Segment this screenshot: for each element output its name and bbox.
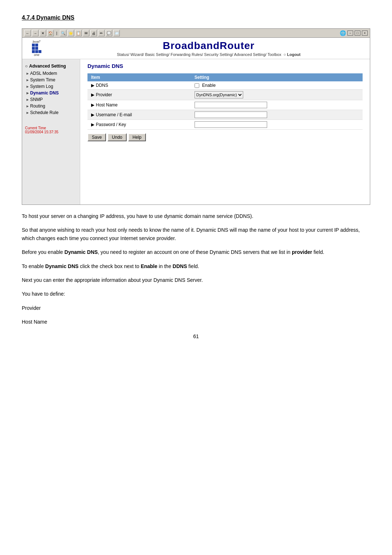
description-para1: To host your server on a changing IP add… bbox=[22, 212, 370, 220]
mail-button[interactable]: ✉ bbox=[83, 30, 89, 36]
browser-toolbar-left: ← → ✕ 🏠 | 🔍 ⭐ 📋 ✉ 🖨 ✏ 💬 📨 bbox=[24, 30, 120, 36]
nav-status[interactable]: Status/ bbox=[117, 52, 129, 57]
username-label-cell: ▶ Username / E-mail bbox=[87, 110, 191, 120]
maximize-button[interactable]: □ bbox=[355, 31, 360, 36]
arrow-username-icon: ▶ bbox=[91, 112, 94, 117]
router-content: ○ Advanced Setting ▶ ADSL Modem ▶ System… bbox=[22, 59, 370, 204]
minimize-button[interactable]: − bbox=[347, 31, 353, 36]
browser-window: ← → ✕ 🏠 | 🔍 ⭐ 📋 ✉ 🖨 ✏ 💬 📨 🌐 − □ × bbox=[22, 28, 370, 205]
current-time-value: 01/09/2004 15:37:35 bbox=[25, 130, 77, 134]
router-title-section: BroadbandRouter Status/ Wizard/ Basic Se… bbox=[51, 40, 366, 57]
sidebar-item-routing[interactable]: ▶ Routing bbox=[22, 103, 80, 109]
description-para7: Provider bbox=[22, 304, 370, 312]
username-input[interactable] bbox=[195, 112, 267, 118]
table-row-username: ▶ Username / E-mail bbox=[87, 110, 363, 120]
nav-advanced[interactable]: Advanced Setting/ bbox=[234, 52, 266, 57]
print-button[interactable]: 🖨 bbox=[90, 30, 97, 36]
ddns-item-label: DDNS bbox=[96, 83, 108, 88]
logo-cell bbox=[35, 44, 38, 46]
description-para2: So that anyone wishing to reach your hos… bbox=[22, 226, 370, 242]
username-row-label: ▶ Username / E-mail bbox=[91, 112, 187, 117]
favorites-button[interactable]: ⭐ bbox=[68, 30, 74, 36]
para4-text4: field. bbox=[187, 263, 199, 269]
arrow-icon-routing: ▶ bbox=[26, 105, 29, 108]
main-panel: Dynamic DNS Item Setting ▶ bbox=[80, 59, 370, 204]
nav-wizard[interactable]: Wizard/ bbox=[130, 52, 144, 57]
router-brand-text: BroadbandRouter bbox=[51, 40, 366, 52]
password-input[interactable] bbox=[195, 121, 267, 128]
action-buttons: Save Undo Help bbox=[87, 130, 363, 145]
logo-cell bbox=[35, 47, 38, 50]
back-button[interactable]: ← bbox=[24, 30, 31, 36]
sidebar-item-adsl-modem[interactable]: ▶ ADSL Modem bbox=[22, 70, 80, 77]
sidebar-item-dynamic-dns[interactable]: ▶ Dynamic DNS bbox=[22, 90, 80, 96]
nav-toolbox[interactable]: Toolbox bbox=[268, 52, 281, 57]
password-label-cell: ▶ Password / Key bbox=[87, 120, 191, 130]
para4-text3: in the bbox=[158, 263, 173, 269]
para4-text1: To enable bbox=[22, 263, 45, 269]
password-setting-cell bbox=[191, 120, 363, 130]
ddns-label-cell: ▶ DDNS bbox=[87, 81, 191, 90]
router-nav: Status/ Wizard/ Basic Setting/ Forwardin… bbox=[51, 52, 366, 57]
logo-cell bbox=[32, 47, 35, 50]
sidebar-label-system-log: System Log bbox=[30, 84, 53, 89]
para4-bold3: DDNS bbox=[173, 263, 187, 269]
provider-setting-cell: DynDNS.org(Dynamic) DynDNS.org(Static) D… bbox=[191, 90, 363, 100]
sidebar-item-snmp[interactable]: ▶ SNMP bbox=[22, 96, 80, 103]
router-logo-container: level° one bbox=[26, 40, 48, 57]
undo-button[interactable]: Undo bbox=[107, 133, 127, 141]
logo-cell bbox=[38, 50, 41, 53]
messenger-button[interactable]: 📨 bbox=[113, 30, 120, 36]
sidebar-label-schedule-rule: Schedule Rule bbox=[30, 110, 58, 115]
home-button[interactable]: 🏠 bbox=[47, 30, 54, 36]
hostname-item-label: Host Name bbox=[96, 102, 118, 108]
current-time-section: Current Time 01/09/2004 15:37:35 bbox=[22, 123, 80, 137]
provider-select[interactable]: DynDNS.org(Dynamic) DynDNS.org(Static) D… bbox=[195, 91, 243, 98]
sidebar-item-schedule-rule[interactable]: ▶ Schedule Rule bbox=[22, 109, 80, 116]
logout-button[interactable]: Logout bbox=[287, 52, 301, 57]
hostname-input[interactable] bbox=[195, 102, 267, 108]
sidebar-label-adsl: ADSL Modem bbox=[30, 71, 57, 76]
ddns-enable-checkbox[interactable] bbox=[195, 83, 199, 88]
description-para5: Next you can enter the appropriate infor… bbox=[22, 276, 370, 284]
nav-basic[interactable]: Basic Setting/ bbox=[145, 52, 170, 57]
para4-bold1: Dynamic DNS bbox=[45, 263, 79, 269]
history-button[interactable]: 📋 bbox=[75, 30, 82, 36]
table-row-provider: ▶ Provider DynDNS.org(Dynamic) DynDNS.or… bbox=[87, 90, 363, 100]
sidebar-section-title: ○ Advanced Setting bbox=[22, 62, 80, 70]
sidebar-item-system-time[interactable]: ▶ System Time bbox=[22, 77, 80, 83]
browser-window-controls: 🌐 − □ × bbox=[340, 30, 368, 36]
discuss-button[interactable]: 💬 bbox=[106, 30, 112, 36]
table-row-hostname: ▶ Host Name bbox=[87, 100, 363, 110]
save-button[interactable]: Save bbox=[87, 133, 106, 141]
table-row-ddns: ▶ DDNS Enable bbox=[87, 81, 363, 90]
username-item-label: Username / E-mail bbox=[96, 112, 132, 117]
toolbar-separator: | bbox=[56, 31, 57, 35]
sidebar-item-system-log[interactable]: ▶ System Log bbox=[22, 83, 80, 90]
description-para4: To enable Dynamic DNS click the check bo… bbox=[22, 262, 370, 270]
logo-cell-empty bbox=[38, 44, 41, 46]
para4-bold2: Enable bbox=[141, 263, 158, 269]
settings-table: Item Setting ▶ DDNS bbox=[87, 73, 363, 130]
col-item-header: Item bbox=[87, 73, 191, 81]
edit-button[interactable]: ✏ bbox=[98, 30, 105, 36]
nav-forwarding[interactable]: Forwarding Rules/ bbox=[171, 52, 203, 57]
close-button[interactable]: × bbox=[362, 31, 368, 36]
para3-bold1: Dynamic DNS bbox=[65, 249, 98, 255]
arrow-password-icon: ▶ bbox=[91, 122, 94, 127]
ddns-enable-row: Enable bbox=[195, 83, 359, 88]
logo-cell bbox=[35, 50, 38, 53]
arrow-icon-system-time: ▶ bbox=[26, 78, 29, 82]
search-button[interactable]: 🔍 bbox=[60, 30, 66, 36]
description-section: To host your server on a changing IP add… bbox=[22, 212, 370, 326]
panel-title: Dynamic DNS bbox=[87, 63, 363, 69]
para3-text3: field. bbox=[312, 249, 324, 255]
stop-button[interactable]: ✕ bbox=[40, 30, 46, 36]
sidebar-label-dynamic-dns: Dynamic DNS bbox=[30, 90, 59, 96]
help-button[interactable]: Help bbox=[128, 133, 146, 141]
para3-text2: , you need to register an account on one… bbox=[98, 249, 292, 255]
enable-label: Enable bbox=[202, 83, 216, 88]
forward-button[interactable]: → bbox=[32, 30, 38, 36]
nav-security[interactable]: Security Setting/ bbox=[204, 52, 233, 57]
hostname-setting-cell bbox=[191, 100, 363, 110]
